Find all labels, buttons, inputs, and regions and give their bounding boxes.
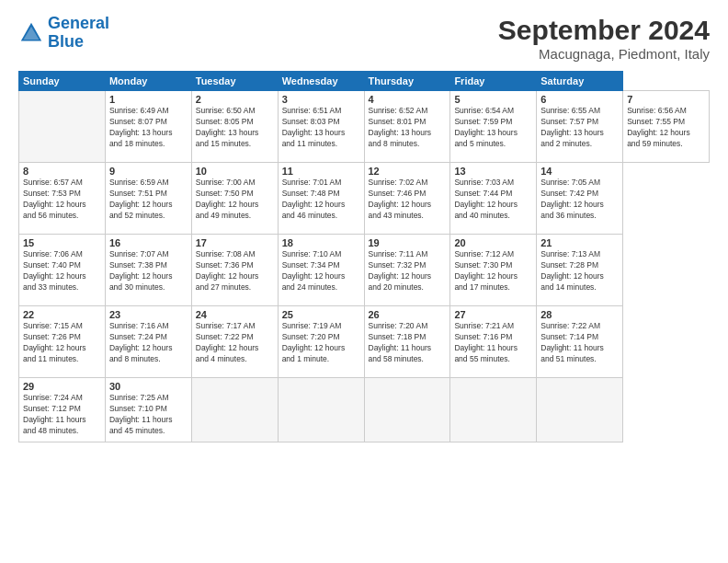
table-row: 24Sunrise: 7:17 AMSunset: 7:22 PMDayligh… — [191, 306, 278, 378]
table-row — [364, 378, 450, 442]
day-number: 30 — [109, 381, 188, 392]
header-thursday: Thursday — [364, 72, 450, 91]
table-row: 19Sunrise: 7:11 AMSunset: 7:32 PMDayligh… — [364, 235, 450, 306]
day-number: 28 — [540, 309, 619, 320]
calendar-week-0: 1Sunrise: 6:49 AMSunset: 8:07 PMDaylight… — [19, 91, 710, 163]
day-info: Sunrise: 7:15 AMSunset: 7:26 PMDaylight:… — [23, 321, 101, 365]
day-info: Sunrise: 6:55 AMSunset: 7:57 PMDaylight:… — [540, 106, 619, 150]
table-row: 20Sunrise: 7:12 AMSunset: 7:30 PMDayligh… — [450, 235, 537, 306]
day-number: 13 — [454, 166, 532, 177]
day-number: 15 — [23, 237, 101, 248]
day-number: 3 — [282, 94, 360, 105]
month-title: September 2024 — [498, 15, 710, 46]
table-row — [278, 378, 364, 442]
table-row: 28Sunrise: 7:22 AMSunset: 7:14 PMDayligh… — [537, 306, 623, 378]
table-row: 18Sunrise: 7:10 AMSunset: 7:34 PMDayligh… — [278, 235, 364, 306]
day-info: Sunrise: 7:02 AMSunset: 7:46 PMDaylight:… — [369, 178, 447, 222]
table-row: 16Sunrise: 7:07 AMSunset: 7:38 PMDayligh… — [105, 235, 191, 306]
day-info: Sunrise: 6:59 AMSunset: 7:51 PMDaylight:… — [109, 178, 188, 222]
header-saturday: Saturday — [537, 72, 623, 91]
logo: General Blue — [18, 15, 109, 52]
table-row — [19, 91, 106, 163]
table-row: 21Sunrise: 7:13 AMSunset: 7:28 PMDayligh… — [537, 235, 623, 306]
day-info: Sunrise: 7:07 AMSunset: 7:38 PMDaylight:… — [109, 249, 188, 293]
header-sunday: Sunday — [19, 72, 106, 91]
day-number: 9 — [109, 166, 188, 177]
table-row: 17Sunrise: 7:08 AMSunset: 7:36 PMDayligh… — [191, 235, 278, 306]
table-row: 5Sunrise: 6:54 AMSunset: 7:59 PMDaylight… — [450, 91, 537, 163]
day-info: Sunrise: 6:49 AMSunset: 8:07 PMDaylight:… — [109, 106, 188, 150]
table-row: 7Sunrise: 6:56 AMSunset: 7:55 PMDaylight… — [623, 91, 710, 163]
day-info: Sunrise: 7:22 AMSunset: 7:14 PMDaylight:… — [540, 321, 619, 365]
day-info: Sunrise: 6:57 AMSunset: 7:53 PMDaylight:… — [23, 178, 101, 222]
table-row: 23Sunrise: 7:16 AMSunset: 7:24 PMDayligh… — [105, 306, 191, 378]
day-info: Sunrise: 6:50 AMSunset: 8:05 PMDaylight:… — [196, 106, 274, 150]
day-number: 27 — [454, 309, 532, 320]
table-row: 12Sunrise: 7:02 AMSunset: 7:46 PMDayligh… — [364, 163, 450, 235]
day-info: Sunrise: 7:12 AMSunset: 7:30 PMDaylight:… — [454, 249, 532, 293]
day-number: 25 — [282, 309, 360, 320]
table-row: 22Sunrise: 7:15 AMSunset: 7:26 PMDayligh… — [19, 306, 106, 378]
day-number: 10 — [196, 166, 274, 177]
day-info: Sunrise: 7:17 AMSunset: 7:22 PMDaylight:… — [196, 321, 274, 365]
day-number: 12 — [369, 166, 447, 177]
calendar-week-1: 8Sunrise: 6:57 AMSunset: 7:53 PMDaylight… — [19, 163, 710, 235]
table-row: 25Sunrise: 7:19 AMSunset: 7:20 PMDayligh… — [278, 306, 364, 378]
day-info: Sunrise: 6:54 AMSunset: 7:59 PMDaylight:… — [454, 106, 532, 150]
day-info: Sunrise: 7:06 AMSunset: 7:40 PMDaylight:… — [23, 249, 101, 293]
day-info: Sunrise: 7:24 AMSunset: 7:12 PMDaylight:… — [23, 393, 101, 437]
table-row: 27Sunrise: 7:21 AMSunset: 7:16 PMDayligh… — [450, 306, 537, 378]
day-info: Sunrise: 7:16 AMSunset: 7:24 PMDaylight:… — [109, 321, 188, 365]
day-info: Sunrise: 7:13 AMSunset: 7:28 PMDaylight:… — [540, 249, 619, 293]
day-number: 2 — [196, 94, 274, 105]
day-info: Sunrise: 7:21 AMSunset: 7:16 PMDaylight:… — [454, 321, 532, 365]
day-info: Sunrise: 6:56 AMSunset: 7:55 PMDaylight:… — [627, 106, 705, 150]
calendar-table: Sunday Monday Tuesday Wednesday Thursday… — [18, 71, 710, 442]
table-row: 9Sunrise: 6:59 AMSunset: 7:51 PMDaylight… — [105, 163, 191, 235]
table-row: 29Sunrise: 7:24 AMSunset: 7:12 PMDayligh… — [19, 378, 106, 442]
day-number: 5 — [454, 94, 532, 105]
day-number: 7 — [627, 94, 705, 105]
table-row: 14Sunrise: 7:05 AMSunset: 7:42 PMDayligh… — [537, 163, 623, 235]
day-number: 21 — [540, 237, 619, 248]
day-info: Sunrise: 7:19 AMSunset: 7:20 PMDaylight:… — [282, 321, 360, 365]
table-row: 30Sunrise: 7:25 AMSunset: 7:10 PMDayligh… — [105, 378, 191, 442]
day-info: Sunrise: 7:03 AMSunset: 7:44 PMDaylight:… — [454, 178, 532, 222]
day-number: 1 — [109, 94, 188, 105]
header-monday: Monday — [105, 72, 191, 91]
table-row: 11Sunrise: 7:01 AMSunset: 7:48 PMDayligh… — [278, 163, 364, 235]
day-info: Sunrise: 7:05 AMSunset: 7:42 PMDaylight:… — [540, 178, 619, 222]
logo-text: General Blue — [48, 15, 109, 52]
day-info: Sunrise: 7:20 AMSunset: 7:18 PMDaylight:… — [369, 321, 447, 365]
day-info: Sunrise: 7:10 AMSunset: 7:34 PMDaylight:… — [282, 249, 360, 293]
day-info: Sunrise: 7:25 AMSunset: 7:10 PMDaylight:… — [109, 393, 188, 437]
table-row: 4Sunrise: 6:52 AMSunset: 8:01 PMDaylight… — [364, 91, 450, 163]
header-wednesday: Wednesday — [278, 72, 364, 91]
day-number: 16 — [109, 237, 188, 248]
location: Macugnaga, Piedmont, Italy — [498, 46, 710, 62]
day-info: Sunrise: 6:51 AMSunset: 8:03 PMDaylight:… — [282, 106, 360, 150]
table-row: 1Sunrise: 6:49 AMSunset: 8:07 PMDaylight… — [105, 91, 191, 163]
day-info: Sunrise: 7:11 AMSunset: 7:32 PMDaylight:… — [369, 249, 447, 293]
header: General Blue September 2024 Macugnaga, P… — [18, 15, 710, 62]
day-number: 8 — [23, 166, 101, 177]
table-row: 2Sunrise: 6:50 AMSunset: 8:05 PMDaylight… — [191, 91, 278, 163]
day-number: 4 — [369, 94, 447, 105]
day-info: Sunrise: 7:01 AMSunset: 7:48 PMDaylight:… — [282, 178, 360, 222]
day-number: 18 — [282, 237, 360, 248]
table-row — [537, 378, 623, 442]
day-number: 26 — [369, 309, 447, 320]
day-number: 11 — [282, 166, 360, 177]
header-row: Sunday Monday Tuesday Wednesday Thursday… — [19, 72, 710, 91]
day-number: 6 — [540, 94, 619, 105]
day-info: Sunrise: 7:00 AMSunset: 7:50 PMDaylight:… — [196, 178, 274, 222]
day-number: 14 — [540, 166, 619, 177]
table-row: 26Sunrise: 7:20 AMSunset: 7:18 PMDayligh… — [364, 306, 450, 378]
day-number: 20 — [454, 237, 532, 248]
calendar-week-2: 15Sunrise: 7:06 AMSunset: 7:40 PMDayligh… — [19, 235, 710, 306]
day-number: 17 — [196, 237, 274, 248]
day-number: 19 — [369, 237, 447, 248]
day-info: Sunrise: 6:52 AMSunset: 8:01 PMDaylight:… — [369, 106, 447, 150]
table-row — [191, 378, 278, 442]
table-row: 10Sunrise: 7:00 AMSunset: 7:50 PMDayligh… — [191, 163, 278, 235]
